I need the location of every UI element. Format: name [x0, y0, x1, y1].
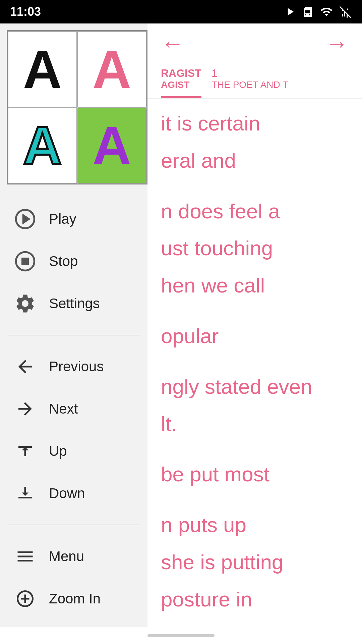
extra-controls: Menu Zoom In	[0, 529, 147, 627]
tab-ragist-label: RAGIST	[161, 67, 201, 79]
next-item[interactable]: Next	[10, 388, 137, 430]
previous-item[interactable]: Previous	[10, 345, 137, 388]
next-label: Next	[49, 401, 78, 417]
menu-item[interactable]: Menu	[10, 535, 137, 578]
divider-2	[7, 525, 141, 525]
down-icon	[13, 482, 37, 505]
book-line-2: eral and	[161, 146, 349, 175]
sim-icon	[302, 5, 314, 18]
up-item[interactable]: Up	[10, 430, 137, 472]
book-line-3: n does feel a	[161, 197, 349, 226]
play-icon	[13, 207, 37, 231]
stop-label: Stop	[49, 253, 78, 269]
play-status-icon	[284, 5, 296, 18]
play-label: Play	[49, 211, 76, 227]
menu-label: Menu	[49, 548, 84, 565]
status-icons	[284, 5, 352, 18]
signal-icon	[339, 5, 352, 18]
navigation-controls: Previous Next Up Dow	[0, 339, 147, 521]
book-line-8: lt.	[161, 410, 349, 439]
divider-1	[7, 335, 141, 335]
tab-number: 1	[212, 67, 288, 79]
tab-poet[interactable]: 1 THE POET AND T	[212, 64, 288, 98]
zoom-in-label: Zoom In	[49, 591, 101, 607]
book-panel: ← → RAGIST AGIST 1 THE POET AND T it is …	[147, 23, 362, 644]
book-line-12: posture in	[161, 585, 349, 614]
settings-icon	[13, 292, 37, 315]
home-bar	[0, 627, 362, 644]
tab-ragist[interactable]: RAGIST AGIST	[161, 64, 201, 98]
book-content: it is certain eral and n does feel a ust…	[147, 99, 362, 632]
left-arrow-icon	[13, 355, 37, 378]
status-bar: 11:03	[0, 0, 362, 23]
up-label: Up	[49, 443, 67, 459]
font-option-black[interactable]: A	[8, 31, 77, 107]
font-grid: A A A A	[7, 30, 147, 184]
font-option-green-purple[interactable]: A	[77, 107, 146, 183]
book-line-6: opular	[161, 322, 349, 351]
settings-item[interactable]: Settings	[10, 282, 137, 325]
up-icon	[13, 439, 37, 463]
right-arrow-icon	[13, 397, 37, 421]
book-next-button[interactable]: →	[325, 32, 349, 55]
svg-marker-1	[23, 215, 29, 223]
play-item[interactable]: Play	[10, 198, 137, 240]
home-indicator	[147, 634, 215, 637]
wifi-icon	[319, 5, 334, 18]
book-line-4: ust touching	[161, 234, 349, 263]
font-option-teal[interactable]: A	[8, 107, 77, 183]
playback-controls: Play Stop Settings	[0, 191, 147, 331]
zoom-in-icon	[13, 587, 37, 610]
book-line-11: she is putting	[161, 548, 349, 577]
down-label: Down	[49, 485, 85, 501]
book-prev-button[interactable]: ←	[161, 32, 184, 55]
book-line-1: it is certain	[161, 109, 349, 138]
settings-label: Settings	[49, 296, 100, 312]
status-time: 11:03	[10, 5, 41, 19]
menu-icon	[13, 545, 37, 568]
stop-item[interactable]: Stop	[10, 240, 137, 282]
book-line-5: hen we call	[161, 271, 349, 300]
left-panel: A A A A Play Stop	[0, 23, 147, 644]
font-option-pink[interactable]: A	[77, 31, 146, 107]
tab-agist-sub: AGIST	[161, 79, 201, 90]
previous-label: Previous	[49, 359, 104, 375]
book-line-9: be put most	[161, 460, 349, 489]
book-line-7: ngly stated even	[161, 372, 349, 401]
book-line-10: n puts up	[161, 511, 349, 540]
stop-icon	[13, 250, 37, 273]
svg-rect-3	[22, 259, 28, 264]
book-header: ← →	[147, 23, 362, 64]
down-item[interactable]: Down	[10, 472, 137, 515]
book-tabs: RAGIST AGIST 1 THE POET AND T	[147, 64, 362, 99]
zoom-in-item[interactable]: Zoom In	[10, 578, 137, 620]
tab-poet-sub: THE POET AND T	[212, 79, 288, 90]
